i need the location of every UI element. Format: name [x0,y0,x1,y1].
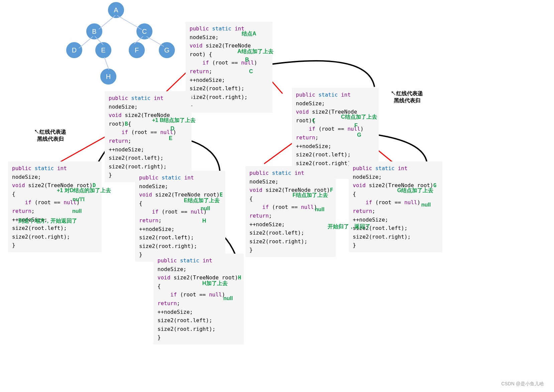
legend-left: ↖红线代表递 黑线代表归 [34,129,66,143]
annotation-f-null: null [315,207,324,213]
annotation-g-null: null [421,202,431,208]
annotation-a-node: 结点A [242,30,256,37]
annotation-a-c: C [249,69,253,75]
tree-edge [79,36,93,48]
annotation-h-added: H加了上去 [202,280,228,287]
code-block-b: public static int nodeSize; void size2(T… [105,91,192,182]
annotation-d-null1: nu'l'l [73,197,85,203]
annotation-h-null: null [223,295,233,301]
tree-node-b: B [86,23,102,39]
code-block-a: public static int nodeSize; void size2(T… [186,22,272,113]
tree-node-d: D [66,42,82,58]
annotation-f-added: F结点加了上去 [293,192,328,199]
annotation-b-added: +1 B结点加了上去 [152,117,196,124]
legend-right: ↖红线代表递 黑线代表归 [391,90,423,104]
tree-edge [99,15,116,29]
code-block-d: public static int nodeSize; void size2(T… [8,161,102,252]
annotation-d-added: +1 对D结点的加了上去 [57,187,111,194]
tree-edge [146,36,164,47]
tree-node-h: H [100,69,116,85]
annotation-a-added: A结点加了上去 [237,48,273,55]
annotation-a-b: B [245,57,249,63]
annotation-g-return: 开始归了，返回了 [328,223,370,230]
watermark: CSDN @是小鱼儿哈 [501,381,544,387]
code-block-e: public static int nodeSize; void size2(T… [135,171,225,262]
annotation-b-e: E [169,135,173,141]
annotation-e-h: H [202,218,206,224]
annotation-e-added: E结点加了上去 [184,197,220,204]
annotation-g-added: G结点加了上去 [397,187,433,194]
annotation-c-added: C结点加了上去 [341,114,377,121]
annotation-d-return: 到这个地方，开始返回了 [18,218,77,225]
tree-node-c: C [136,23,152,39]
tree-edge [117,15,142,30]
annotation-c-g: G [357,132,361,138]
tree-node-f: F [129,42,145,58]
annotation-e-null: null [201,206,210,212]
annotation-c-f: F [354,123,358,129]
tree-edge [104,57,109,70]
annotation-b-d: D [171,126,175,132]
annotation-d-null2: null [72,208,82,214]
tree-node-a: A [108,2,124,18]
